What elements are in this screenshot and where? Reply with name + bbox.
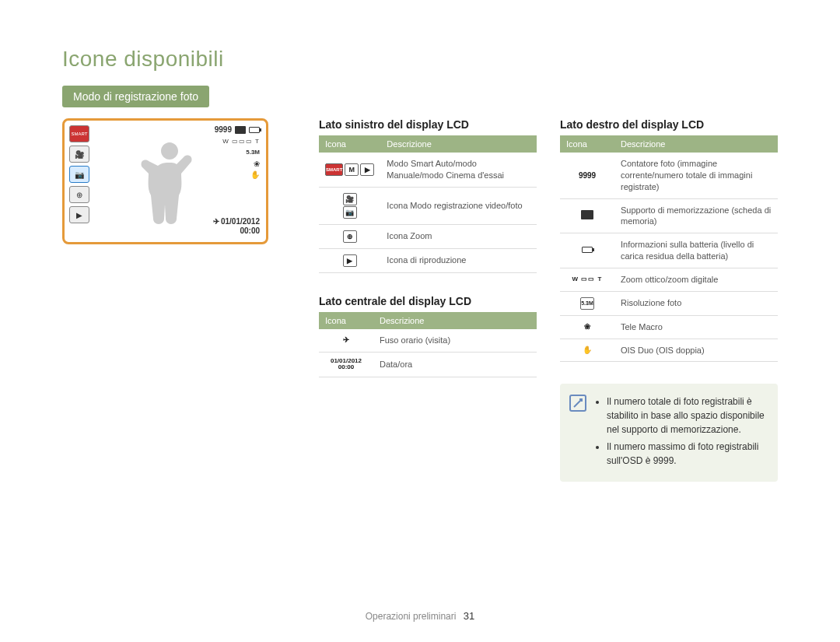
lcd-sidebar: SMART 🎥 📷 ⊕ ▶ — [69, 125, 89, 223]
cell-desc: Fuso orario (visita) — [373, 329, 537, 352]
counter-icon-cell: 9999 — [560, 153, 614, 198]
lcd-ois-icon: ✋ — [250, 170, 260, 179]
cell-desc: Tele Macro — [614, 315, 778, 339]
cell-desc: OIS Duo (OIS doppia) — [614, 339, 778, 362]
cell-desc: Modo Smart Auto/modo Manuale/modo Cinema… — [380, 153, 537, 187]
zoom-bar-icon-cell: W ▭▭ T — [560, 268, 614, 291]
th-icon: Icona — [319, 312, 373, 329]
table-row: 01/01/2012 00:00 Data/ora — [319, 352, 537, 377]
battery-icon-cell — [560, 233, 614, 268]
table-left-lcd: Icona Descrizione SMART M ▶ Modo Smart A… — [319, 135, 537, 273]
lcd-resolution: 5.3M — [246, 149, 260, 156]
table-row: Informazioni sulla batteria (livello di … — [560, 233, 778, 268]
heading-center-lcd: Lato centrale del display LCD — [319, 295, 537, 307]
lcd-tile-zoom: ⊕ — [69, 186, 89, 203]
lcd-time: 00:00 — [240, 226, 260, 235]
lcd-tile-smart: SMART — [69, 125, 89, 142]
cell-desc: Informazioni sulla batteria (livello di … — [614, 233, 778, 268]
lcd-macro-icon: ❀ — [254, 160, 260, 168]
heading-left-lcd: Lato sinistro del display LCD — [319, 118, 537, 131]
storage-icon-cell — [560, 198, 614, 233]
resolution-icon-cell: 5.3M — [560, 291, 614, 315]
cell-desc: Icona Zoom — [380, 224, 537, 248]
cell-desc: Icona di riproduzione — [380, 248, 537, 272]
section-badge: Modo di registrazione foto — [62, 86, 209, 107]
timezone-icon: ✈ — [213, 217, 219, 226]
heading-right-lcd: Lato destro del display LCD — [560, 118, 778, 131]
ois-icon-cell: ✋ — [560, 339, 614, 362]
battery-icon — [582, 247, 593, 253]
cell-desc: Data/ora — [373, 352, 537, 377]
lcd-silhouette — [135, 135, 205, 228]
table-row: ⊕ Icona Zoom — [319, 224, 537, 248]
note-box: Il numero totale di foto registrabili è … — [560, 384, 778, 482]
table-center-lcd: Icona Descrizione ✈ Fuso orario (visita)… — [319, 312, 537, 377]
cell-desc: Risoluzione foto — [614, 291, 778, 315]
table-row: 9999 Contatore foto (immagine corrente/n… — [560, 153, 778, 198]
column-lcd: SMART 🎥 📷 ⊕ ▶ 9999 W ▭▭▭ T 5.3M ❀ ✋ ✈01/… — [62, 118, 296, 244]
cell-desc: Icona Modo registrazione video/foto — [380, 187, 537, 224]
timezone-icon-cell: ✈ — [319, 329, 373, 352]
cell-desc: Contatore foto (immagine corrente/numero… — [614, 153, 778, 198]
th-desc: Descrizione — [373, 312, 537, 329]
note-icon — [569, 395, 586, 412]
table-row: W ▭▭ T Zoom ottico/zoom digitale — [560, 268, 778, 291]
lcd-tile-play: ▶ — [69, 206, 89, 223]
datetime-icon-cell: 01/01/2012 00:00 — [319, 352, 373, 377]
lcd-date: 01/01/2012 — [221, 217, 260, 226]
card-icon — [235, 126, 246, 134]
table-row: SMART M ▶ Modo Smart Auto/modo Manuale/m… — [319, 153, 537, 187]
table-row: ✋ OIS Duo (OIS doppia) — [560, 339, 778, 362]
th-desc: Descrizione — [380, 135, 537, 153]
th-icon: Icona — [560, 135, 614, 153]
lcd-tile-video: 🎥 — [69, 146, 89, 163]
page-title: Icone disponibili — [62, 47, 778, 72]
column-right: Lato destro del display LCD Icona Descri… — [560, 118, 778, 482]
lcd-mock: SMART 🎥 📷 ⊕ ▶ 9999 W ▭▭▭ T 5.3M ❀ ✋ ✈01/… — [62, 118, 268, 244]
lcd-top-right: 9999 — [215, 125, 260, 134]
lcd-tile-photo: 📷 — [69, 166, 89, 183]
note-item: Il numero totale di foto registrabili è … — [607, 395, 765, 437]
th-icon: Icona — [319, 135, 380, 153]
table-row: ❀ Tele Macro — [560, 315, 778, 339]
card-icon — [581, 210, 593, 219]
battery-icon — [249, 127, 260, 133]
footer-label: Operazioni preliminari — [366, 611, 457, 622]
lcd-counter: 9999 — [215, 125, 232, 134]
zoom-icon-cell: ⊕ — [319, 224, 380, 248]
content-columns: SMART 🎥 📷 ⊕ ▶ 9999 W ▭▭▭ T 5.3M ❀ ✋ ✈01/… — [62, 118, 778, 482]
play-icon-cell: ▶ — [319, 248, 380, 272]
telemacro-icon-cell: ❀ — [560, 315, 614, 339]
cell-desc: Supporto di memorizzazione (scheda di me… — [614, 198, 778, 233]
page-number: 31 — [464, 610, 474, 622]
mode-icons: SMART M ▶ — [319, 153, 380, 187]
rec-mode-icons: 🎥📷 — [319, 187, 380, 224]
th-desc: Descrizione — [614, 135, 778, 153]
table-row: Supporto di memorizzazione (scheda di me… — [560, 198, 778, 233]
table-row: 5.3M Risoluzione foto — [560, 291, 778, 315]
note-item: Il numero massimo di foto registrabili s… — [607, 440, 765, 468]
page-footer: Operazioni preliminari 31 — [0, 610, 840, 622]
cell-desc: Zoom ottico/zoom digitale — [614, 268, 778, 291]
table-row: 🎥📷 Icona Modo registrazione video/foto — [319, 187, 537, 224]
lcd-datetime: ✈01/01/2012 00:00 — [213, 217, 260, 236]
table-row: ✈ Fuso orario (visita) — [319, 329, 537, 352]
lcd-zoom-bar: W ▭▭▭ T — [222, 138, 260, 145]
table-row: ▶ Icona di riproduzione — [319, 248, 537, 272]
table-right-lcd: Icona Descrizione 9999 Contatore foto (i… — [560, 135, 778, 362]
column-mid: Lato sinistro del display LCD Icona Desc… — [319, 118, 537, 399]
